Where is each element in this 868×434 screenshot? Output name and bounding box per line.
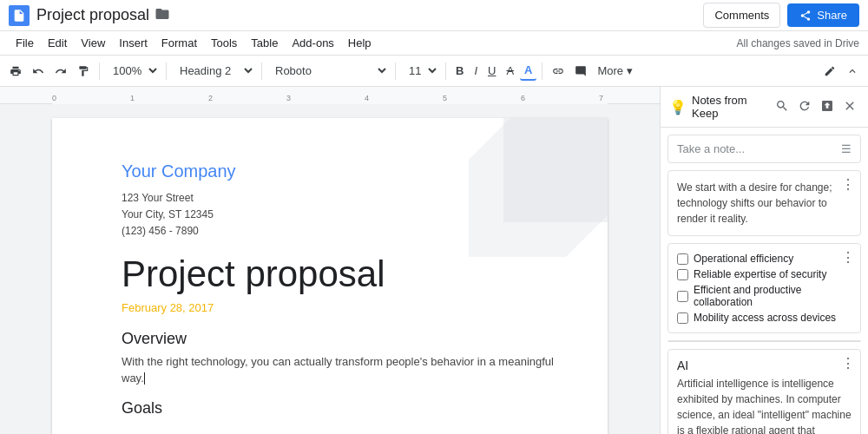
keep-card-4: ⋮ AI Artificial intelligence is intellig… [667,349,861,434]
keep-card-3: ⋮ [667,340,861,342]
menu-format[interactable]: Format [155,33,204,53]
print-button[interactable] [5,62,26,80]
check-1[interactable] [677,253,688,265]
check-item-2[interactable]: Reliable expertise of security [677,268,852,280]
page: Your Company 123 Your Street Your City, … [52,118,608,434]
ruler: 0 1 2 3 4 5 6 7 [0,87,660,104]
keep-expand-button[interactable] [818,96,837,118]
document-area: 0 1 2 3 4 5 6 7 Your Company 123 Your St… [0,87,660,434]
check-item-3[interactable]: Efficient and productive collaboration [677,284,852,308]
keep-card-4-title: AI [677,358,852,372]
proposal-title: Project proposal [122,253,556,296]
keep-body: Take a note... ☰ ⋮ We start with a desir… [661,128,868,434]
goals-heading: Goals [122,399,556,418]
keep-actions [773,96,859,118]
keep-input-placeholder: Take a note... [677,142,745,155]
menu-view[interactable]: View [74,33,112,53]
check-3[interactable] [677,291,688,302]
title-actions: Comments Share [703,3,859,28]
share-label: Share [817,9,847,22]
comment-button[interactable] [570,62,591,80]
check-item-4[interactable]: Mobility access across devices [677,312,852,324]
toolbar-divider-1 [99,62,100,80]
underline-button[interactable]: U [483,62,500,80]
keep-search-button[interactable] [773,96,792,118]
keep-close-button[interactable] [840,96,859,118]
toolbar-divider-3 [261,62,262,80]
toolbar-divider-5 [445,62,446,80]
check-4[interactable] [677,312,688,324]
main-content: 0 1 2 3 4 5 6 7 Your Company 123 Your St… [0,87,868,434]
overview-text: With the right technology, you can actua… [122,353,556,387]
keep-card-4-text: Artificial intelligence is intelligence … [677,376,852,434]
menu-bar: File Edit View Insert Format Tools Table… [0,31,868,56]
menu-table[interactable]: Table [244,33,285,53]
strikethrough-button[interactable]: A [502,62,518,80]
collapse-button[interactable] [842,62,863,80]
undo-button[interactable] [28,62,49,80]
keep-card-4-menu[interactable]: ⋮ [841,355,855,372]
keep-checklist: Operational efficiency Reliable expertis… [677,253,852,324]
keep-header: 💡 Notes from Keep [661,87,868,128]
check-2[interactable] [677,269,688,280]
menu-help[interactable]: Help [341,33,378,53]
zoom-select[interactable]: 100%75%125% [105,61,161,81]
keep-panel: 💡 Notes from Keep Take a note.. [660,87,868,434]
autosave-message: All changes saved in Drive [737,37,859,49]
textcolor-button[interactable]: A [520,61,536,81]
toolbar: 100%75%125% Heading 2Normal textHeading … [0,56,868,87]
font-select[interactable]: RobotoArialTimes New Roman [267,61,390,81]
title-bar: Project proposal Comments Share [0,0,868,31]
keep-card-1-text: We start with a desire for change; techn… [677,180,852,227]
keep-refresh-button[interactable] [795,96,814,118]
check-item-1[interactable]: Operational efficiency [677,253,852,265]
check-label-4: Mobility access across devices [694,312,836,324]
redo-button[interactable] [50,62,71,80]
link-button[interactable] [548,62,569,80]
menu-addons[interactable]: Add-ons [285,33,340,53]
proposal-date: February 28, 2017 [122,301,556,314]
ruler-inner: 0 1 2 3 4 5 6 7 [52,87,608,104]
keep-input-menu-icon: ☰ [841,142,852,155]
style-select[interactable]: Heading 2Normal textHeading 1Heading 3 [172,61,256,81]
document-title[interactable]: Project proposal [36,6,149,24]
keep-card-2: ⋮ Operational efficiency Reliable expert… [667,243,861,333]
check-label-3: Efficient and productive collaboration [694,284,852,308]
pen-button[interactable] [819,62,840,80]
toolbar-divider-4 [395,62,396,80]
paint-button[interactable] [73,62,94,80]
folder-icon[interactable] [155,6,170,24]
fontsize-select[interactable]: 1189101214 [401,61,440,81]
menu-edit[interactable]: Edit [41,33,74,53]
bg-shape-2 [503,118,608,222]
more-button[interactable]: More ▾ [593,62,636,80]
keep-card-2-menu[interactable]: ⋮ [841,249,855,266]
toolbar-divider-6 [542,62,542,80]
keep-bulb-icon: 💡 [669,99,687,115]
keep-image-svg [668,341,860,342]
check-label-2: Reliable expertise of security [694,268,826,280]
toolbar-divider-2 [166,62,167,80]
menu-file[interactable]: File [9,33,41,53]
comments-button[interactable]: Comments [703,3,780,28]
share-button[interactable]: Share [787,3,859,27]
keep-title: Notes from Keep [692,94,767,120]
keep-card-3-image: ⋮ [668,341,860,342]
overview-heading: Overview [122,330,556,348]
app-icon [9,5,30,26]
keep-card-1: ⋮ We start with a desire for change; tec… [667,170,861,236]
doc-scroll-area[interactable]: Your Company 123 Your Street Your City, … [0,104,660,434]
bold-button[interactable]: B [451,62,468,80]
keep-note-input[interactable]: Take a note... ☰ [667,135,861,163]
keep-card-1-menu[interactable]: ⋮ [841,176,855,193]
menu-tools[interactable]: Tools [204,33,244,53]
menu-insert[interactable]: Insert [112,33,155,53]
italic-button[interactable]: I [470,62,482,80]
check-label-1: Operational efficiency [694,253,793,265]
